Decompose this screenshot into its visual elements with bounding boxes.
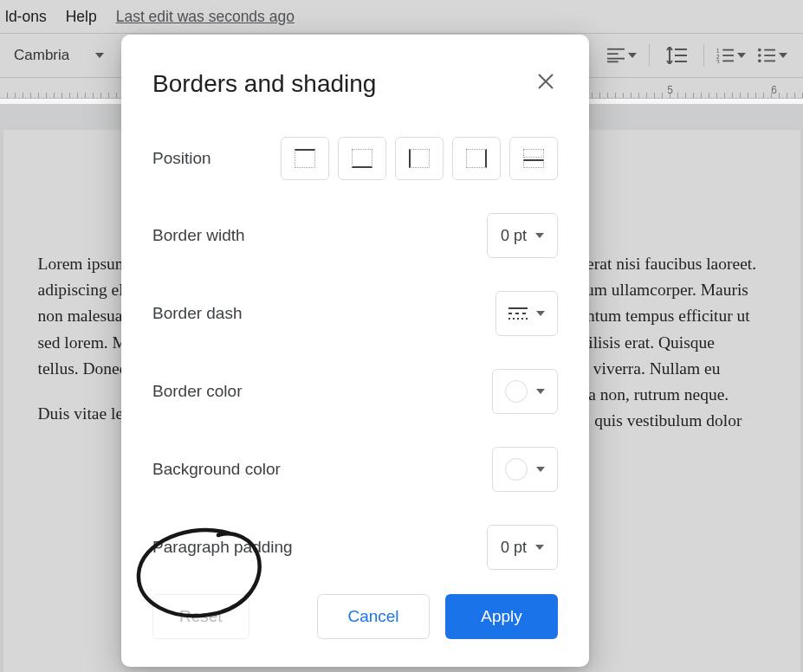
border-position-top[interactable]: [281, 137, 329, 180]
reset-button[interactable]: Reset: [152, 594, 249, 639]
background-color-label: Background color: [152, 460, 281, 479]
border-position-between[interactable]: [509, 137, 558, 180]
border-dash-label: Border dash: [152, 304, 243, 323]
color-swatch-icon: [505, 458, 528, 481]
chevron-down-icon: [536, 311, 545, 316]
background-color-dropdown[interactable]: [492, 447, 558, 492]
cancel-button[interactable]: Cancel: [317, 594, 430, 639]
dialog-title: Borders and shading: [152, 70, 376, 98]
borders-shading-dialog: Borders and shading Position Border widt…: [121, 35, 589, 667]
border-dash-dropdown[interactable]: [495, 291, 558, 336]
border-position-right[interactable]: [452, 137, 501, 180]
border-position-left[interactable]: [395, 137, 444, 180]
chevron-down-icon: [536, 467, 545, 472]
chevron-down-icon: [536, 389, 545, 394]
paragraph-padding-label: Paragraph padding: [152, 538, 293, 557]
close-icon: [537, 73, 554, 90]
color-swatch-icon: [505, 380, 528, 403]
dash-style-icon: [508, 307, 528, 320]
border-color-label: Border color: [152, 382, 243, 401]
chevron-down-icon: [535, 233, 544, 238]
apply-button[interactable]: Apply: [445, 594, 558, 639]
close-button[interactable]: [534, 69, 558, 99]
border-position-bottom[interactable]: [338, 137, 386, 180]
position-label: Position: [152, 149, 211, 168]
border-width-value: 0 pt: [501, 227, 527, 245]
border-width-label: Border width: [152, 226, 245, 245]
border-width-dropdown[interactable]: 0 pt: [487, 213, 558, 258]
border-color-dropdown[interactable]: [492, 369, 558, 414]
paragraph-padding-value: 0 pt: [501, 539, 527, 557]
chevron-down-icon: [535, 545, 544, 550]
paragraph-padding-dropdown[interactable]: 0 pt: [487, 525, 558, 570]
